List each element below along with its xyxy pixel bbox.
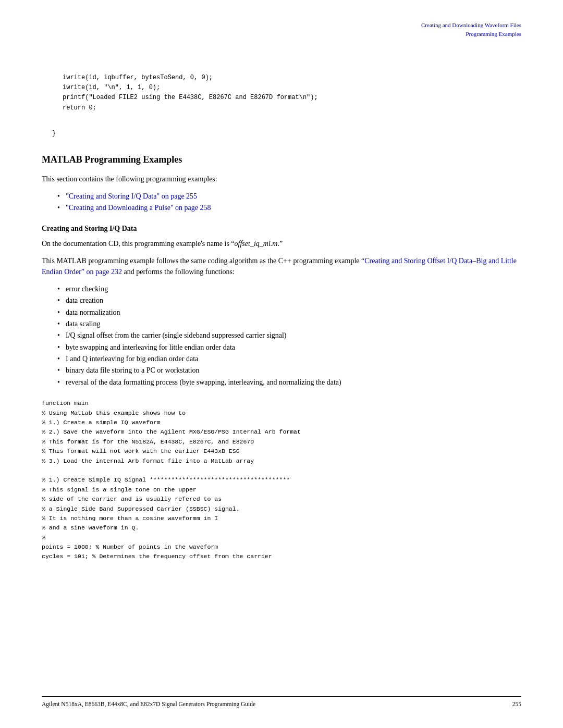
code-main-10: % side of the carrier and is usually ref…: [42, 495, 521, 504]
para-1: On the documentation CD, this programmin…: [42, 238, 521, 249]
code-main-9: % This signal is a single tone on the up…: [42, 485, 521, 495]
link-1[interactable]: "Creating and Storing I/Q Data" on page …: [66, 192, 197, 200]
list-item-link-1[interactable]: "Creating and Storing I/Q Data" on page …: [57, 191, 521, 202]
code-main-blank1: [42, 466, 521, 475]
section-intro: This section contains the following prog…: [42, 174, 521, 184]
code-main-11: % a Single Side Band Suppressed Carrier …: [42, 504, 521, 514]
code-line-4: return 0;: [63, 103, 521, 113]
page: Creating and Downloading Waveform Files …: [0, 0, 563, 728]
header-line2: Programming Examples: [421, 30, 521, 39]
func-item-1: data creation: [57, 295, 521, 306]
subsection-title: Creating and Storing I/Q Data: [42, 225, 521, 233]
code-main-2: % 1.) Create a simple IQ waveform: [42, 418, 521, 427]
code-main-14: %: [42, 533, 521, 542]
func-item-4: I/Q signal offset from the carrier (sing…: [57, 330, 521, 341]
code-main-5: % This format will not work with the ear…: [42, 447, 521, 456]
code-main-8: % 1.) Create Simple IQ Signal **********…: [42, 475, 521, 485]
para1-before: On the documentation CD, this programmin…: [42, 240, 235, 248]
func-item-2: data normalization: [57, 307, 521, 318]
header-breadcrumb: Creating and Downloading Waveform Files …: [421, 21, 521, 38]
para2-before: This MATLAB programming example follows …: [42, 257, 364, 265]
code-block-top: iwrite(id, iqbuffer, bytesToSend, 0, 0);…: [63, 73, 521, 113]
functions-list: error checking data creation data normal…: [57, 283, 521, 389]
func-item-6: I and Q interleaving for big endian orde…: [57, 353, 521, 365]
para1-italic: offset_iq_ml.m: [235, 240, 278, 248]
code-line-3: printf("Loaded FILE2 using the E4438C, E…: [63, 93, 521, 103]
func-item-3: data scaling: [57, 318, 521, 330]
code-main-0: function main: [42, 399, 521, 408]
func-item-0: error checking: [57, 283, 521, 295]
code-main-6: % 3.) Load the internal Arb format file …: [42, 456, 521, 466]
code-line-2: iwrite(id, "\n", 1, 1, 0);: [63, 83, 521, 93]
footer-page: 255: [512, 701, 521, 707]
code-main-16: cycles = 101; % Determines the frequency…: [42, 552, 521, 561]
link-2[interactable]: "Creating and Downloading a Pulse" on pa…: [66, 204, 211, 212]
links-list: "Creating and Storing I/Q Data" on page …: [57, 191, 521, 214]
code-line-1: iwrite(id, iqbuffer, bytesToSend, 0, 0);: [63, 73, 521, 83]
footer-left: Agilent N518xA, E8663B, E44x8C, and E82x…: [42, 701, 255, 707]
func-item-7: binary data file storing to a PC or work…: [57, 365, 521, 376]
list-item-link-2[interactable]: "Creating and Downloading a Pulse" on pa…: [57, 202, 521, 214]
para-2: This MATLAB programming example follows …: [42, 255, 521, 277]
code-main-15: points = 1000; % Number of points in the…: [42, 542, 521, 552]
func-item-5: byte swapping and interleaving for littl…: [57, 342, 521, 353]
code-main-3: % 2.) Save the waveform into the Agilent…: [42, 427, 521, 437]
code-main-12: % It is nothing more than a cosine wavef…: [42, 514, 521, 523]
func-item-8: reversal of the data formatting process …: [57, 377, 521, 388]
code-main-1: % Using MatLab this example shows how to: [42, 409, 521, 418]
para1-after: .”: [277, 240, 283, 248]
para2-after: and performs the following functions:: [122, 268, 235, 276]
code-section-main: function main % Using MatLab this exampl…: [42, 399, 521, 562]
header-line1: Creating and Downloading Waveform Files: [421, 21, 521, 30]
section-title: MATLAB Programming Examples: [42, 154, 521, 165]
code-main-13: % and a sine waveform in Q.: [42, 523, 521, 533]
footer: Agilent N518xA, E8663B, E44x8C, and E82x…: [42, 696, 521, 707]
closing-brace: }: [52, 129, 521, 139]
code-main-4: % This format is for the N5182A, E4438C,…: [42, 437, 521, 447]
